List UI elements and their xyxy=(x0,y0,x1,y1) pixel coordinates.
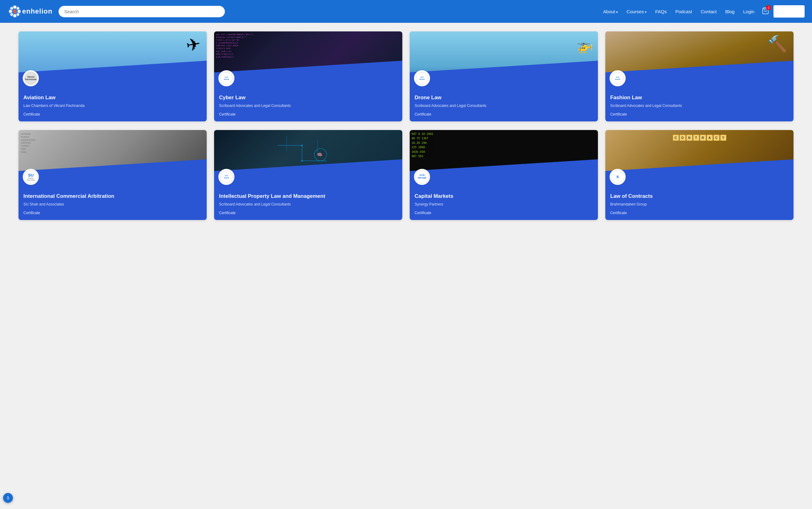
card-image-capital: 997 9 10 2992 46 75 1367 10.20 299 225 1… xyxy=(410,130,598,189)
logo-icon xyxy=(7,4,22,19)
card-badge-aviation: Certificate xyxy=(24,112,202,116)
card-capital-markets[interactable]: 997 9 10 2992 46 75 1367 10.20 299 225 1… xyxy=(410,130,598,220)
scriboard-logo-fashion: scriboard xyxy=(611,72,624,84)
svg-text:🧠: 🧠 xyxy=(317,152,322,158)
card-title-drone: Drone Law xyxy=(415,94,593,101)
cards-row-1: ✈ VikrantPachnanda Aviation Law Law Cham… xyxy=(19,31,793,122)
logo-text: enhelion xyxy=(22,7,52,15)
nav-about[interactable]: About xyxy=(600,7,621,16)
card-image-ip: 🧠 scriboard xyxy=(214,130,402,189)
svg-point-8 xyxy=(10,13,13,16)
card-title-capital: Capital Markets xyxy=(415,193,593,199)
svg-point-6 xyxy=(16,13,19,16)
card-avatar-scriboard-drone: scriboard xyxy=(414,70,430,86)
nav-podcast[interactable]: Podcast xyxy=(672,7,695,16)
scriboard-logo-ip: scriboard xyxy=(220,171,233,183)
card-badge-arbitration: Certificate xyxy=(24,211,202,215)
card-badge-cyber: Certificate xyxy=(219,112,397,116)
card-image-arbitration: UKRAINERUSSIAKAZAKHSTANGEORGIATURKEYIRAN… xyxy=(19,130,207,189)
brahma-logo: B xyxy=(611,170,625,183)
card-body-fashion: Fashion Law Scriboard Advocates and Lega… xyxy=(605,90,793,122)
card-aviation-law[interactable]: ✈ VikrantPachnanda Aviation Law Law Cham… xyxy=(19,31,207,122)
svg-point-2 xyxy=(13,14,16,17)
card-body-contracts: Law of Contracts Brahmandaberi Group Cer… xyxy=(605,189,793,220)
nav-courses[interactable]: Courses xyxy=(624,7,650,16)
card-title-fashion: Fashion Law xyxy=(610,94,788,101)
nav-links: About Courses FAQs Podcast Contact Blog … xyxy=(600,5,805,18)
card-image-cyber: var e=l.createElement("div"); display:in… xyxy=(214,31,402,90)
card-arbitration[interactable]: UKRAINERUSSIAKAZAKHSTANGEORGIATURKEYIRAN… xyxy=(19,130,207,220)
card-body-aviation: Aviation Law Law Chambers of Vikrant Pac… xyxy=(19,90,207,122)
svg-point-3 xyxy=(9,10,12,13)
card-provider-ip: Scriboard Advocates and Legal Consultant… xyxy=(219,202,397,207)
card-drone-law[interactable]: 🚁 scriboard Drone Law Scriboard Advocate… xyxy=(410,31,598,122)
card-title-arbitration: International Commercial Arbitration xyxy=(24,193,202,199)
nav-contact[interactable]: Contact xyxy=(698,7,720,16)
navbar: enhelion About Courses FAQs Podcast Cont… xyxy=(0,0,812,23)
card-title-aviation: Aviation Law xyxy=(24,94,202,101)
svg-point-15 xyxy=(301,160,303,162)
synergy-logo: SYNPRTNR xyxy=(415,170,429,183)
currency-button[interactable]: INR ∨ xyxy=(774,5,805,18)
card-title-cyber: Cyber Law xyxy=(219,94,397,101)
card-badge-ip: Certificate xyxy=(219,211,397,215)
search-container xyxy=(59,6,225,17)
svg-point-1 xyxy=(13,5,16,9)
card-avatar-scriboard-fashion: scriboard xyxy=(610,70,626,86)
card-image-drone: 🚁 scriboard xyxy=(410,31,598,90)
card-provider-cyber: Scriboard Advocates and Legal Consultant… xyxy=(219,103,397,108)
nav-faqs[interactable]: FAQs xyxy=(652,7,670,16)
card-badge-drone: Certificate xyxy=(415,112,593,116)
drone-icon: 🚁 xyxy=(576,38,593,54)
card-contracts[interactable]: C O N T R A C T B Law of Contracts xyxy=(605,130,793,220)
search-input[interactable] xyxy=(59,6,225,17)
card-cyber-law[interactable]: var e=l.createElement("div"); display:in… xyxy=(214,31,402,122)
svg-point-5 xyxy=(10,7,13,9)
svg-rect-9 xyxy=(13,9,16,13)
su-shah-logo: SU Shah &Associates xyxy=(24,170,38,183)
card-provider-aviation: Law Chambers of Vikrant Pachnanda xyxy=(24,103,202,108)
logo[interactable]: enhelion xyxy=(7,4,52,19)
card-avatar-scriboard-ip: scriboard xyxy=(218,169,235,185)
card-image-contracts: C O N T R A C T B xyxy=(605,130,793,189)
nav-login[interactable]: Login xyxy=(740,7,757,16)
main-content: ✈ VikrantPachnanda Aviation Law Law Cham… xyxy=(0,23,812,237)
cards-row-2: UKRAINERUSSIAKAZAKHSTANGEORGIATURKEYIRAN… xyxy=(19,130,793,220)
scrabble-tiles: C O N T R A C T xyxy=(608,135,790,141)
card-image-fashion: 🔨 scriboard xyxy=(605,31,793,90)
svg-point-14 xyxy=(301,144,303,146)
card-provider-drone: Scriboard Advocates and Legal Consultant… xyxy=(415,103,593,108)
scriboard-logo-drone: scriboard xyxy=(416,72,428,84)
card-title-ip: Intellectual Property Law and Management xyxy=(219,193,397,199)
svg-point-4 xyxy=(17,10,21,13)
vikrant-avatar-inner: VikrantPachnanda xyxy=(24,71,38,85)
card-badge-capital: Certificate xyxy=(415,211,593,215)
card-body-capital: Capital Markets Synergy Partners Certifi… xyxy=(410,189,598,220)
scriboard-logo: scriboard xyxy=(220,72,233,84)
card-body-ip: Intellectual Property Law and Management… xyxy=(214,189,402,220)
card-avatar-vikrant: VikrantPachnanda xyxy=(23,70,39,86)
gavel-icon: 🔨 xyxy=(767,35,787,53)
card-badge-fashion: Certificate xyxy=(610,112,788,116)
card-avatar-brahma: B xyxy=(610,169,626,185)
card-body-cyber: Cyber Law Scriboard Advocates and Legal … xyxy=(214,90,402,122)
card-image-aviation: ✈ VikrantPachnanda xyxy=(19,31,207,90)
card-provider-fashion: Scriboard Advocates and Legal Consultant… xyxy=(610,103,788,108)
card-body-arbitration: International Commercial Arbitration SU … xyxy=(19,189,207,220)
card-ip-law[interactable]: 🧠 scriboard Intellectual Property Law an… xyxy=(214,130,402,220)
card-provider-arbitration: SU Shah and Associates xyxy=(24,202,202,207)
card-provider-contracts: Brahmandaberi Group xyxy=(610,202,788,207)
card-title-contracts: Law of Contracts xyxy=(610,193,788,199)
card-fashion-law[interactable]: 🔨 scriboard Fashion Law Scriboard Advoca… xyxy=(605,31,793,122)
svg-point-7 xyxy=(16,7,19,9)
card-badge-contracts: Certificate xyxy=(610,211,788,215)
cart-icon[interactable]: 0 xyxy=(762,7,769,16)
card-body-drone: Drone Law Scriboard Advocates and Legal … xyxy=(410,90,598,122)
cart-badge: 0 xyxy=(766,5,771,10)
card-avatar-scriboard-cyber: scriboard xyxy=(218,70,235,86)
card-provider-capital: Synergy Partners xyxy=(415,202,593,207)
card-avatar-su-shah: SU Shah &Associates xyxy=(23,169,39,185)
nav-blog[interactable]: Blog xyxy=(722,7,737,16)
card-avatar-synergy: SYNPRTNR xyxy=(414,169,430,185)
